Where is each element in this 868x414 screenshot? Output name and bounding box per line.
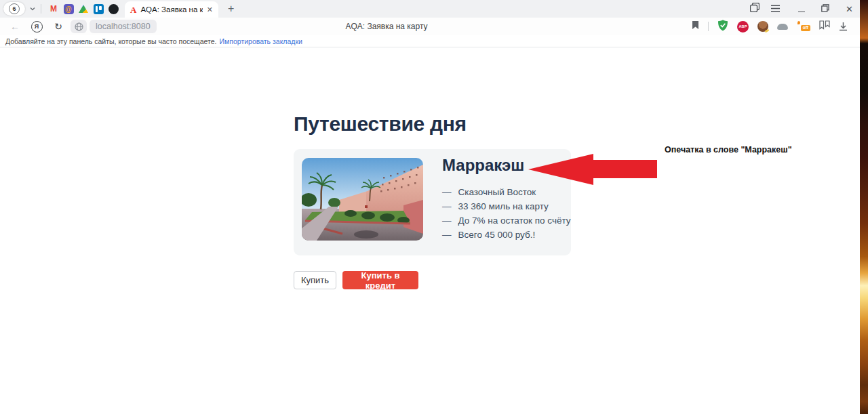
- downloads-icon[interactable]: [839, 22, 848, 31]
- menu-icon[interactable]: [771, 3, 780, 15]
- pinned-tab-mailru[interactable]: @: [61, 1, 76, 16]
- yandex-circle-icon[interactable]: Я: [28, 19, 45, 34]
- extension-off-icon[interactable]: off: [797, 21, 810, 32]
- buy-button[interactable]: Купить: [294, 271, 336, 289]
- pinned-tab-gmail[interactable]: M: [46, 1, 61, 16]
- red-arrow-annotation: [528, 153, 657, 186]
- window-controls: ✕: [798, 3, 853, 15]
- gmail-icon: M: [50, 4, 57, 14]
- google-drive-icon: [79, 5, 88, 13]
- github-icon: [108, 4, 119, 14]
- bookmarks-bar: Добавляйте на эту панель сайты, которые …: [0, 35, 860, 47]
- trip-feature-item: —До 7% на остаток по счёту: [442, 213, 568, 228]
- page-content: Путешествие дня: [0, 47, 860, 414]
- alfa-favicon: A: [130, 5, 136, 14]
- trip-feature-list: —Сказочный Восток—33 360 миль на карту—Д…: [442, 185, 568, 242]
- toolbar-right-icons: ABP off: [692, 18, 848, 35]
- bookmarks-hint: Добавляйте на эту панель сайты, которые …: [5, 37, 216, 45]
- active-tab[interactable]: A AQA: Заявка на карту ✕: [125, 1, 218, 18]
- browser-window: 6 M @ A AQA: Заявка на карту ✕ +: [0, 0, 860, 414]
- active-tab-title: AQA: Заявка на карту: [140, 5, 202, 14]
- extension-mask-icon[interactable]: [777, 24, 788, 30]
- flame-dot-icon: [797, 21, 800, 24]
- marrakesh-photo: [302, 158, 423, 241]
- page-heading: Путешествие дня: [294, 112, 467, 136]
- typo-annotation-text: Опечатка в слове "Марракеш": [665, 145, 792, 154]
- desktop-wallpaper-strip: [860, 0, 868, 414]
- new-tab-button[interactable]: +: [228, 3, 234, 14]
- trip-feature-item: —Сказочный Восток: [442, 185, 568, 199]
- mailru-icon: @: [64, 4, 74, 14]
- reload-icon[interactable]: ↻: [50, 19, 66, 34]
- url-text: localhost:8080: [96, 22, 151, 31]
- bookmark-flag-icon[interactable]: [692, 20, 699, 33]
- back-icon[interactable]: ←: [7, 19, 23, 34]
- toolbar-page-title: AQA: Заявка на карту: [298, 18, 475, 35]
- buy-credit-button[interactable]: Купить в кредит: [342, 271, 418, 289]
- close-window-button[interactable]: ✕: [846, 4, 853, 14]
- tab-panel-icon[interactable]: [750, 3, 760, 15]
- trip-feature-item: —33 360 миль на карту: [442, 199, 568, 213]
- tab-count-badge: 6: [9, 3, 20, 14]
- tab-counter[interactable]: 6: [3, 2, 25, 16]
- address-bar[interactable]: localhost:8080: [90, 20, 157, 33]
- extension-animal-icon[interactable]: [757, 21, 768, 32]
- desktop-screen: 6 M @ A AQA: Заявка на карту ✕ +: [0, 0, 868, 414]
- pinned-tab-drive[interactable]: [76, 1, 91, 16]
- divider: [41, 4, 41, 14]
- adblock-plus-icon[interactable]: ABP: [737, 21, 749, 33]
- off-label: off: [801, 25, 810, 32]
- import-bookmarks-link[interactable]: Импортировать закладки: [219, 37, 302, 45]
- divider: [708, 22, 709, 31]
- trip-feature-item: —Всего 45 000 руб.!: [442, 228, 568, 242]
- site-globe-icon[interactable]: [71, 20, 87, 33]
- trello-icon: [94, 4, 104, 14]
- tab-strip: 6 M @ A AQA: Заявка на карту ✕ +: [0, 0, 860, 18]
- adguard-shield-icon[interactable]: [717, 20, 728, 34]
- restore-button[interactable]: [821, 3, 829, 15]
- collections-icon[interactable]: [819, 20, 830, 33]
- pinned-tab-github[interactable]: [106, 1, 121, 16]
- browser-toolbar: ← Я ↻ localhost:8080 AQA: Заявка на карт…: [0, 18, 860, 35]
- tab-list-chevron-icon[interactable]: [29, 5, 36, 12]
- minimize-button[interactable]: [798, 6, 805, 12]
- tab-close-icon[interactable]: ✕: [207, 5, 213, 14]
- tabstrip-right-controls: ✕: [750, 0, 853, 18]
- pinned-tab-trello[interactable]: [91, 1, 106, 16]
